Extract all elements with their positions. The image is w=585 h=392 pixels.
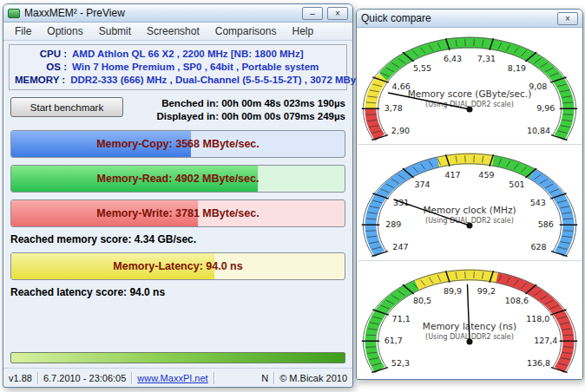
latency-score-text: Reached latency score: 94.0 ns [10, 286, 345, 298]
app-icon [8, 9, 20, 18]
gauge-title: Memory score (GByte/sec.) [408, 88, 532, 99]
gauge-tick-label: 8,19 [508, 63, 526, 73]
memory-score-text: Reached memory score: 4.34 GB/sec. [10, 233, 345, 245]
gauge-title: Memory clock (MHz) [423, 205, 516, 215]
gauge-tick-label: 586 [538, 219, 554, 229]
memory-write-label: Memory-Write: 3781 MByte/sec. [11, 200, 345, 226]
memory-read-label: Memory-Read: 4902 MByte/sec. [11, 166, 345, 192]
close-button[interactable]: × [327, 7, 348, 20]
gauge-hub [467, 223, 473, 229]
memory-label: MEMORY : [15, 74, 70, 87]
os-value: Win 7 Home Premium , SP0 , 64bit , Porta… [72, 61, 319, 74]
os-info-row: OS : Win 7 Home Premium , SP0 , 64bit , … [15, 61, 341, 74]
gauge-tick-label: 108,6 [505, 296, 529, 305]
memory-latency-label: Memory-Latency: 94.0 ns [11, 253, 345, 279]
desktop: MaxxMEM² - PreView – × File Options Subm… [0, 0, 585, 392]
benchmark-times: Benched in: 00h 00m 48s 023ms 190µs Disp… [156, 97, 345, 123]
gauge-tick-label: 459 [478, 170, 494, 180]
benched-in-text: Benched in: 00h 00m 48s 023ms 190µs [156, 97, 345, 110]
status-bar: v1.88 6.7.2010 - 23:06:05 www.MaxxPI.net… [3, 368, 352, 387]
gauge-tick-label: 71,1 [392, 314, 411, 323]
version-text: v1.88 [9, 373, 32, 383]
statusbar-divider [131, 372, 132, 384]
gauge-tick-label: 80,5 [413, 296, 431, 305]
gauge-tick-label: 3,78 [385, 103, 403, 113]
gauge-tick-label: 127,4 [534, 336, 557, 345]
gauge-tick-label: 118,0 [526, 314, 549, 323]
gauge-tick-label: 247 [392, 242, 408, 252]
window-title: MaxxMEM² - PreView [24, 7, 125, 19]
menu-submit[interactable]: Submit [91, 23, 139, 39]
quick-compare-window: Quick compare × 2,903,784,665,556,437,31… [356, 9, 583, 380]
cpu-info-row: CPU : AMD Athlon QL 66 X2 , 2200 MHz [NB… [15, 48, 341, 61]
gauge-hub [467, 107, 473, 113]
gauge-tick-label: 89,9 [444, 286, 462, 296]
gauge-tick-label: 628 [530, 242, 546, 252]
gauge-tick-label: 289 [385, 219, 401, 229]
cpu-label: CPU : [15, 48, 72, 61]
gauge-tick-label: 5,55 [413, 63, 431, 73]
gauge-tick-label: 10,84 [527, 126, 550, 135]
gauge-tick-label: 543 [530, 198, 546, 207]
gauge-tick-label: 417 [445, 170, 461, 180]
copyright-text: © M.Bicak 2010 [279, 373, 347, 383]
memory-latency-gauge: 52,361,771,180,589,999,2108,6118,0127,41… [358, 261, 582, 377]
memory-write-bar: Memory-Write: 3781 MByte/sec. [10, 199, 345, 227]
memory-latency-gauge-panel: 52,361,771,180,589,999,2108,6118,0127,41… [358, 261, 582, 377]
gauge-arc-segment [371, 285, 417, 370]
flag-text: N [261, 373, 268, 383]
memory-score-gauge-panel: 2,903,784,665,556,437,318,199,089,9610,8… [358, 29, 582, 145]
control-row: Start benchmark Benched in: 00h 00m 48s … [10, 97, 345, 123]
gauge-tick-label: 6,43 [444, 54, 462, 63]
memory-read-bar: Memory-Read: 4902 MByte/sec. [10, 165, 345, 193]
menu-file[interactable]: File [7, 23, 39, 39]
compare-body: 2,903,784,665,556,437,318,199,089,9610,8… [357, 28, 582, 379]
menu-comparisons[interactable]: Comparisons [207, 23, 285, 39]
spacer [3, 298, 352, 352]
menu-bar: File Options Submit Screenshot Compariso… [3, 23, 352, 41]
menu-screenshot[interactable]: Screenshot [139, 23, 207, 39]
gauge-tick-label: 136,8 [527, 358, 550, 368]
memory-copy-label: Memory-Copy: 3568 MByte/sec. [11, 131, 345, 157]
memory-clock-gauge-panel: 247289331374417459501543586628Memory clo… [358, 145, 582, 261]
compare-close-button[interactable]: × [557, 12, 578, 25]
gauge-tick-label: 9,08 [529, 82, 547, 91]
gauge-tick-label: 2,90 [391, 126, 410, 135]
gauge-tick-label: 61,7 [385, 336, 403, 345]
displayed-in-text: Displayed in: 00h 00m 00s 079ms 249µs [156, 110, 345, 123]
gauge-arc-segment [438, 159, 493, 162]
maxxmem-window: MaxxMEM² - PreView – × File Options Subm… [3, 3, 353, 388]
datetime-text: 6.7.2010 - 23:06:05 [43, 373, 126, 383]
memory-copy-bar: Memory-Copy: 3568 MByte/sec. [10, 130, 345, 158]
os-label: OS : [15, 61, 72, 74]
minimize-button[interactable]: – [302, 7, 323, 20]
memory-latency-bar: Memory-Latency: 94.0 ns [10, 252, 345, 280]
start-benchmark-button[interactable]: Start benchmark [10, 97, 123, 117]
memory-info-row: MEMORY : DDR2-333 (666) MHz , Dual-Chann… [15, 74, 341, 87]
compare-titlebar[interactable]: Quick compare × [357, 10, 582, 28]
compare-window-title: Quick compare [361, 12, 431, 24]
progress-bar [10, 352, 345, 363]
gauge-arc-segment [417, 275, 496, 285]
cpu-value: AMD Athlon QL 66 X2 , 2200 MHz [NB: 1800… [72, 48, 303, 61]
gauge-tick-label: 52,3 [391, 358, 410, 368]
statusbar-divider [37, 372, 38, 384]
gauge-tick-label: 9,96 [536, 103, 555, 113]
system-info-box: CPU : AMD Athlon QL 66 X2 , 2200 MHz [NB… [9, 44, 347, 90]
memory-clock-gauge: 247289331374417459501543586628Memory clo… [358, 145, 582, 261]
gauge-hub [467, 339, 473, 345]
statusbar-divider [273, 372, 274, 384]
gauge-tick-label: 99,2 [477, 286, 496, 296]
menu-options[interactable]: Options [39, 23, 90, 39]
main-titlebar[interactable]: MaxxMEM² - PreView – × [3, 4, 352, 23]
menu-help[interactable]: Help [284, 23, 321, 39]
statusbar-divider [214, 372, 214, 384]
memory-value: DDR2-333 (666) MHz , Dual-Channel (5-5-5… [70, 74, 365, 87]
memory-score-gauge: 2,903,784,665,556,437,318,199,089,9610,8… [358, 29, 582, 145]
gauge-tick-label: 501 [509, 180, 524, 189]
gauge-tick-label: 374 [414, 180, 430, 189]
gauge-tick-label: 7,31 [477, 54, 496, 63]
maxxpi-link[interactable]: www.MaxxPI.net [137, 373, 207, 383]
